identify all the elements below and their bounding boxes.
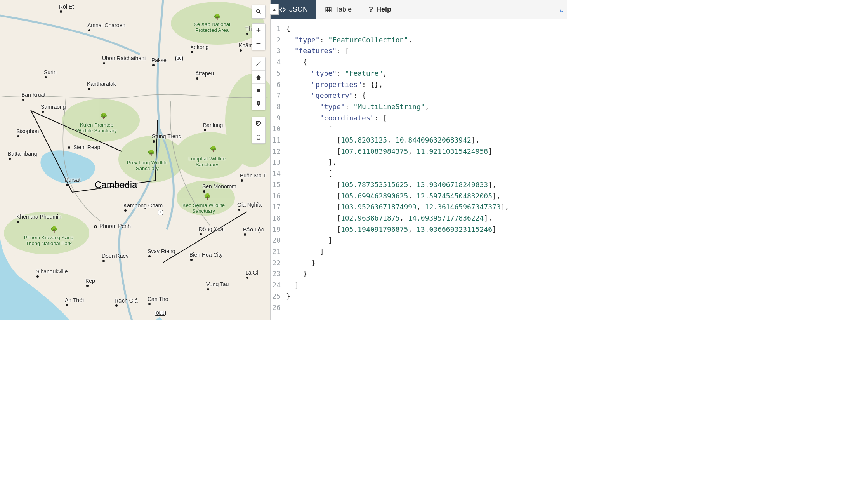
map-zoom-group: + − [252,23,266,50]
zoom-out-button[interactable]: − [252,37,265,50]
table-icon [325,6,332,13]
svg-point-5 [4,212,89,254]
collapse-panel-button[interactable]: ▲ [270,4,279,15]
delete-layers-button[interactable] [252,130,265,143]
tab-table[interactable]: Table [316,0,360,19]
map-pane[interactable]: Roi EtAmnat CharoenUbon RatchathaniSurin… [0,0,270,320]
code-icon [279,6,286,13]
marker-icon [255,101,262,107]
trash-icon [255,134,262,140]
code-gutter: 1234567891011121314151617181920212223242… [271,19,284,320]
map-search-group [252,5,266,19]
editor-pane: JSON Table ? Help a 12345678910111213141… [270,0,567,320]
editor-toolbar: JSON Table ? Help a [271,0,567,19]
toolbar-right-hint: a [560,0,567,19]
chevron-up-icon: ▲ [272,7,277,12]
svg-point-1 [62,99,140,142]
svg-line-9 [259,12,261,14]
map-edit-group [252,117,266,144]
square-icon [255,87,262,94]
svg-marker-11 [256,75,261,80]
draw-polygon-button[interactable] [252,70,265,83]
basemap-svg [0,0,270,320]
svg-line-10 [257,62,261,66]
svg-point-6 [171,2,264,45]
pentagon-icon [255,74,262,80]
question-icon: ? [369,5,373,14]
svg-rect-15 [326,7,331,12]
zoom-in-button[interactable]: + [252,24,265,37]
edit-layers-button[interactable] [252,117,265,130]
svg-rect-12 [257,89,260,92]
line-icon [255,61,262,67]
tab-table-label: Table [335,5,352,14]
svg-point-13 [258,102,259,103]
map-draw-group [252,57,266,110]
draw-line-button[interactable] [252,57,265,70]
edit-icon [255,120,262,127]
svg-point-8 [257,10,260,13]
search-icon [255,9,262,15]
search-button[interactable] [252,5,265,18]
code-content[interactable]: { "type": "FeatureCollection", "features… [284,19,567,320]
tab-help-label: Help [376,5,391,14]
tab-help[interactable]: ? Help [360,0,400,19]
code-editor[interactable]: 1234567891011121314151617181920212223242… [271,19,567,320]
draw-rectangle-button[interactable] [252,83,265,97]
tab-json-label: JSON [289,5,308,14]
draw-marker-button[interactable] [252,97,265,110]
